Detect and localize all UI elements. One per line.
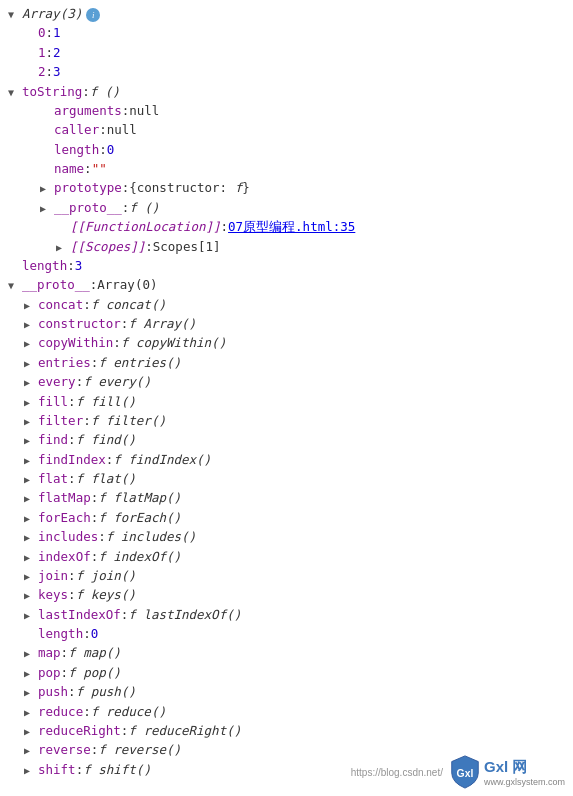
sep: : xyxy=(68,469,76,488)
list-item: flat : f flat() xyxy=(0,469,573,488)
list-item: __proto__ : Array(0) xyxy=(0,275,573,294)
expand-arrow[interactable] xyxy=(24,453,36,469)
sep: : xyxy=(113,333,121,352)
sep: : xyxy=(122,101,130,120)
list-item: toString : f () xyxy=(0,82,573,101)
list-item: filter : f filter() xyxy=(0,411,573,430)
expand-arrow[interactable] xyxy=(24,491,36,507)
expand-arrow[interactable] xyxy=(24,375,36,391)
prop-value: f shift() xyxy=(83,760,151,779)
prop-value: f indexOf() xyxy=(98,547,181,566)
list-item: __proto__ : f () xyxy=(0,198,573,217)
prop-key: length xyxy=(38,624,83,643)
sep: : xyxy=(67,256,75,275)
list-item: entries : f entries() xyxy=(0,353,573,372)
prop-value: null xyxy=(107,120,137,139)
expand-arrow[interactable] xyxy=(24,763,36,779)
expand-arrow[interactable] xyxy=(24,666,36,682)
list-item: prototype : {constructor: f} xyxy=(0,178,573,197)
expand-arrow[interactable] xyxy=(24,511,36,527)
prop-key: map xyxy=(38,643,61,662)
prop-value: 2 xyxy=(53,43,61,62)
sep: : xyxy=(145,237,153,256)
info-icon[interactable]: i xyxy=(86,8,100,22)
prop-value: f includes() xyxy=(106,527,196,546)
expand-arrow[interactable] xyxy=(24,336,36,352)
prop-key: push xyxy=(38,682,68,701)
expand-arrow[interactable] xyxy=(24,588,36,604)
expand-arrow[interactable] xyxy=(24,608,36,624)
expand-arrow[interactable] xyxy=(24,724,36,740)
prop-value: 3 xyxy=(75,256,83,275)
sep: : xyxy=(91,353,99,372)
sep: : xyxy=(90,275,98,294)
prop-value: f reduce() xyxy=(91,702,166,721)
sep: : xyxy=(68,585,76,604)
prop-value: f pop() xyxy=(68,663,121,682)
watermark-logo: Gxl Gxl 网 www.gxlsystem.com xyxy=(449,754,565,790)
prop-value: null xyxy=(129,101,159,120)
prop-key: fill xyxy=(38,392,68,411)
expand-arrow[interactable] xyxy=(56,240,68,256)
expand-arrow[interactable] xyxy=(24,705,36,721)
prop-value: f flatMap() xyxy=(98,488,181,507)
expand-arrow[interactable] xyxy=(40,181,52,197)
sep: : xyxy=(84,159,92,178)
prop-value: f reduceRight() xyxy=(128,721,241,740)
expand-arrow[interactable] xyxy=(24,317,36,333)
prop-key: indexOf xyxy=(38,547,91,566)
prop-key: keys xyxy=(38,585,68,604)
expand-arrow[interactable] xyxy=(24,743,36,759)
list-item: reduce : f reduce() xyxy=(0,702,573,721)
sep: : xyxy=(82,82,90,101)
expand-arrow[interactable] xyxy=(24,569,36,585)
expand-arrow[interactable] xyxy=(24,433,36,449)
expand-arrow[interactable] xyxy=(24,356,36,372)
sep: : xyxy=(121,721,129,740)
function-location-link[interactable]: 07原型编程.html:35 xyxy=(228,217,355,236)
prop-key: copyWithin xyxy=(38,333,113,352)
prop-value: Array(0) xyxy=(97,275,157,294)
expand-arrow[interactable] xyxy=(24,550,36,566)
sep: : xyxy=(76,760,84,779)
expand-arrow[interactable] xyxy=(8,278,20,294)
expand-arrow[interactable] xyxy=(24,472,36,488)
prop-value: f filter() xyxy=(91,411,166,430)
expand-arrow[interactable] xyxy=(24,298,36,314)
list-item: forEach : f forEach() xyxy=(0,508,573,527)
expand-arrow[interactable] xyxy=(24,685,36,701)
expand-arrow[interactable] xyxy=(8,85,20,101)
list-item: push : f push() xyxy=(0,682,573,701)
prop-key: 2 xyxy=(38,62,46,81)
sep: : xyxy=(61,643,69,662)
prop-value: f Array() xyxy=(128,314,196,333)
prop-key: __proto__ xyxy=(22,275,90,294)
expand-arrow[interactable] xyxy=(24,395,36,411)
expand-arrow[interactable] xyxy=(24,414,36,430)
expand-arrow[interactable] xyxy=(24,530,36,546)
list-item: join : f join() xyxy=(0,566,573,585)
expand-arrow[interactable] xyxy=(24,646,36,662)
array-expand-arrow[interactable] xyxy=(8,7,20,23)
sep: : xyxy=(68,430,76,449)
sep: : xyxy=(98,527,106,546)
prop-key: caller xyxy=(54,120,99,139)
list-item: length : 3 xyxy=(0,256,573,275)
prop-key: entries xyxy=(38,353,91,372)
prop-key: toString xyxy=(22,82,82,101)
list-item: keys : f keys() xyxy=(0,585,573,604)
expand-arrow[interactable] xyxy=(40,201,52,217)
watermark-brand: Gxl 网 www.gxlsystem.com xyxy=(484,758,565,787)
array-header-line: Array(3) i xyxy=(0,4,573,23)
sep: : xyxy=(121,314,129,333)
sep: : xyxy=(68,392,76,411)
prop-key: lastIndexOf xyxy=(38,605,121,624)
list-item: fill : f fill() xyxy=(0,392,573,411)
prop-key: every xyxy=(38,372,76,391)
prop-value: f () xyxy=(129,198,159,217)
list-item: name : "" xyxy=(0,159,573,178)
prop-key: reduce xyxy=(38,702,83,721)
list-item: map : f map() xyxy=(0,643,573,662)
prop-key: 0 xyxy=(38,23,46,42)
prop-value: f () xyxy=(90,82,120,101)
